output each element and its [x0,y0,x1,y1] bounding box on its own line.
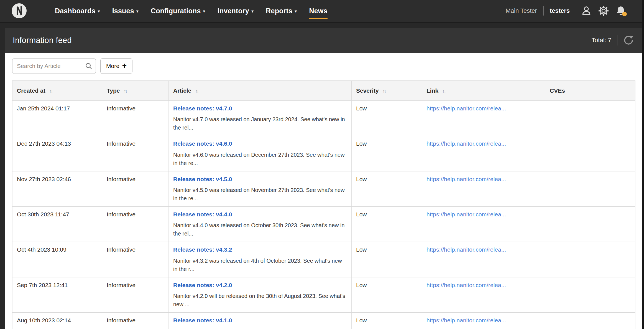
column-header-link[interactable]: Link ↑↓ [422,81,545,101]
sort-icon: ↑↓ [124,88,127,94]
total-count: Total: 7 [592,37,611,44]
user-name: Main Tester [506,7,537,14]
cell-created-at: Aug 10th 2023 02:14 [12,313,102,329]
more-filters-button[interactable]: More + [100,58,132,74]
nav-item-issues[interactable]: Issues ▾ [112,0,139,22]
article-title-link[interactable]: Release notes: v4.6.0 [173,140,232,148]
cell-article: Release notes: v4.7.0 Nanitor v4.7.0 was… [169,101,352,136]
cell-link: https://help.nanitor.com/relea... [422,171,545,206]
refresh-button[interactable] [623,35,634,46]
cell-link: https://help.nanitor.com/relea... [422,101,545,136]
cell-article: Release notes: v4.6.0 Nanitor v4.6.0 was… [169,136,352,171]
article-url-link[interactable]: https://help.nanitor.com/relea... [426,211,506,217]
article-url-link[interactable]: https://help.nanitor.com/relea... [426,140,506,147]
cell-link: https://help.nanitor.com/relea... [422,242,545,277]
nav-label: News [309,7,327,15]
column-header-created-at[interactable]: Created at ↑↓ [12,81,102,101]
article-title-link[interactable]: Release notes: v4.7.0 [173,105,232,112]
table-header-row: Created at ↑↓ Type ↑↓ Article ↑↓ Sever [12,81,635,101]
app: Dashboards ▾ Issues ▾ Configurations ▾ I… [0,0,644,329]
nav-item-configurations[interactable]: Configurations ▾ [151,0,205,22]
table-row: Aug 10th 2023 02:14 Informative Release … [12,313,635,329]
cell-created-at: Oct 4th 2023 10:09 [12,242,102,277]
search-field [12,58,96,74]
article-description: Nanitor v4.7.0 was released on January 2… [173,115,347,132]
page: Information feed Total: 7 [0,23,644,328]
cell-cves [545,277,635,312]
cell-created-at: Nov 27th 2023 02:46 [12,171,102,206]
sort-icon: ↑↓ [442,88,445,94]
scrollbar-track[interactable] [642,0,644,329]
cell-article: Release notes: v4.4.0 Nanitor v4.4.0 was… [169,207,352,242]
table-row: Jan 25th 2024 01:17 Informative Release … [12,101,635,136]
divider [543,6,544,16]
nav-label: Inventory [218,7,249,15]
nav-label: Issues [112,7,134,15]
cell-link: https://help.nanitor.com/relea... [422,313,545,329]
notification-badge [622,12,627,16]
nav-label: Configurations [151,7,201,15]
cell-cves [545,136,635,171]
article-url-link[interactable]: https://help.nanitor.com/relea... [426,317,506,323]
cell-article: Release notes: v4.2.0 Nanitor v4.2.0 wil… [169,277,352,312]
notifications-bell-icon[interactable] [615,5,626,16]
article-title-link[interactable]: Release notes: v4.1.0 [173,317,232,324]
cell-severity: Low [352,136,422,171]
article-description: Nanitor v4.1.0 will be released on the 9… [173,327,347,329]
article-description: Nanitor v4.6.0 was released on December … [173,151,347,167]
cell-type: Informative [102,277,169,312]
cell-severity: Low [352,207,422,242]
cell-created-at: Jan 25th 2024 01:17 [12,101,102,136]
article-description: Nanitor v4.3.2 was released on 4th of Oc… [173,257,347,273]
nav-item-inventory[interactable]: Inventory ▾ [218,0,254,22]
cell-type: Informative [102,171,169,206]
nanitor-logo-icon[interactable] [11,3,27,19]
nav-label: Dashboards [55,7,95,15]
cell-severity: Low [352,171,422,206]
nav-item-news[interactable]: News [309,0,327,22]
article-title-link[interactable]: Release notes: v4.3.2 [173,246,232,254]
user-profile-icon[interactable] [581,5,592,16]
chevron-down-icon: ▾ [136,9,139,14]
column-header-article[interactable]: Article ↑↓ [169,81,352,101]
cell-created-at: Oct 30th 2023 11:47 [12,207,102,242]
cell-cves [545,101,635,136]
article-title-link[interactable]: Release notes: v4.2.0 [173,281,232,289]
cell-type: Informative [102,136,169,171]
chevron-down-icon: ▾ [98,9,100,14]
column-header-type[interactable]: Type ↑↓ [102,81,169,101]
sort-icon: ↑↓ [49,88,52,94]
org-name: testers [550,7,570,14]
main-nav: Dashboards ▾ Issues ▾ Configurations ▾ I… [55,0,328,22]
chevron-down-icon: ▾ [251,9,254,14]
page-title: Information feed [13,36,72,45]
cell-link: https://help.nanitor.com/relea... [422,136,545,171]
content-panel: More + Created at ↑↓ Type [5,53,642,329]
cell-created-at: Sep 7th 2023 12:41 [12,277,102,312]
cell-link: https://help.nanitor.com/relea... [422,277,545,312]
page-header: Information feed Total: 7 [5,28,642,53]
search-input[interactable] [12,58,96,74]
search-icon [85,62,93,71]
cell-type: Informative [102,242,169,277]
column-header-severity[interactable]: Severity ↑↓ [352,81,422,101]
sort-icon: ↑↓ [195,88,198,94]
article-url-link[interactable]: https://help.nanitor.com/relea... [426,176,506,182]
table-row: Oct 4th 2023 10:09 Informative Release n… [12,242,635,277]
plus-icon: + [122,62,127,70]
article-url-link[interactable]: https://help.nanitor.com/relea... [426,282,506,288]
article-url-link[interactable]: https://help.nanitor.com/relea... [426,246,506,253]
sort-icon: ↑↓ [383,88,386,94]
table-row: Dec 27th 2023 04:13 Informative Release … [12,136,635,171]
chevron-down-icon: ▾ [203,9,205,14]
cell-type: Informative [102,101,169,136]
nav-item-reports[interactable]: Reports ▾ [266,0,297,22]
article-url-link[interactable]: https://help.nanitor.com/relea... [426,105,506,112]
filters-bar: More + [12,58,635,74]
article-title-link[interactable]: Release notes: v4.5.0 [173,175,232,183]
article-title-link[interactable]: Release notes: v4.4.0 [173,211,232,218]
nav-item-dashboards[interactable]: Dashboards ▾ [55,0,100,22]
settings-gear-icon[interactable] [598,5,609,16]
information-feed-table: Created at ↑↓ Type ↑↓ Article ↑↓ Sever [12,80,635,329]
article-description: Nanitor v4.2.0 will be released on the 3… [173,292,347,308]
